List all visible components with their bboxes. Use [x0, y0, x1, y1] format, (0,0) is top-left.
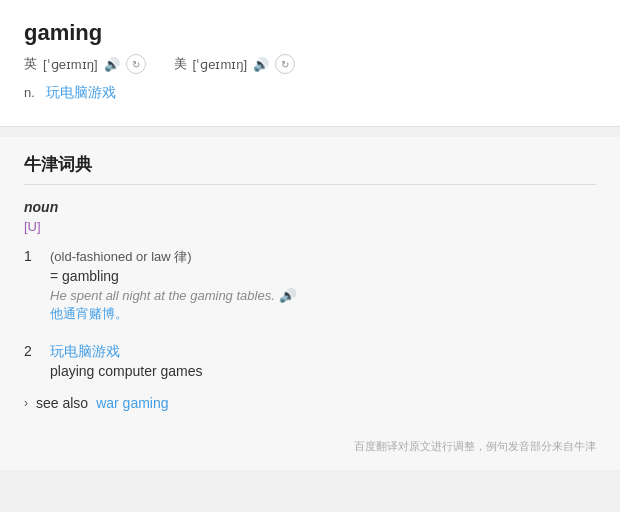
- american-region-label: 美: [174, 55, 187, 73]
- phonetics-row: 英 [ˈɡeɪmɪŋ] 🔊 ↻ 美 [ˈɡeɪmɪŋ] 🔊 ↻: [24, 54, 596, 74]
- def-cn-2: 玩电脑游戏: [50, 343, 596, 361]
- oxford-title: 牛津词典: [24, 153, 596, 185]
- word-translation-cn: 玩电脑游戏: [46, 84, 116, 100]
- word-title: gaming: [24, 20, 596, 46]
- def-num-1: 1: [24, 248, 40, 264]
- american-ipa: [ˈɡeɪmɪŋ]: [193, 57, 248, 72]
- def-number-row-2: 2 玩电脑游戏 playing computer games: [24, 343, 596, 379]
- def-num-2: 2: [24, 343, 40, 359]
- def-equals-1: = gambling: [50, 268, 596, 284]
- see-also-row: › see also war gaming: [24, 395, 596, 411]
- american-speaker-icon[interactable]: 🔊: [253, 57, 269, 72]
- pos-line: n. 玩电脑游戏: [24, 84, 596, 102]
- definition-1: 1 (old-fashioned or law 律) = gambling He…: [24, 248, 596, 327]
- oxford-section: 牛津词典 noun [U] 1 (old-fashioned or law 律)…: [0, 137, 620, 470]
- oxford-pos: noun: [24, 199, 596, 215]
- british-refresh-icon[interactable]: ↻: [126, 54, 146, 74]
- def-qualifier-1: (old-fashioned or law 律): [50, 248, 596, 266]
- oxford-uncountable: [U]: [24, 219, 596, 234]
- def-example-cn-1: 他通宵赌博。: [50, 305, 596, 323]
- british-region-label: 英: [24, 55, 37, 73]
- def-content-1: (old-fashioned or law 律) = gambling He s…: [50, 248, 596, 327]
- pos-label: n.: [24, 85, 35, 100]
- see-also-label: see also: [36, 395, 88, 411]
- chevron-right-icon: ›: [24, 396, 28, 410]
- word-card: gaming 英 [ˈɡeɪmɪŋ] 🔊 ↻ 美 [ˈɡeɪmɪŋ] 🔊 ↻ n…: [0, 0, 620, 127]
- definition-2: 2 玩电脑游戏 playing computer games: [24, 343, 596, 379]
- see-also-link[interactable]: war gaming: [96, 395, 168, 411]
- def-number-row-1: 1 (old-fashioned or law 律) = gambling He…: [24, 248, 596, 327]
- def-content-2: 玩电脑游戏 playing computer games: [50, 343, 596, 379]
- def-example-en-1: He spent all night at the gaming tables.…: [50, 288, 596, 303]
- example-speaker-icon-1[interactable]: 🔊: [279, 288, 295, 303]
- footer-note: 百度翻译对原文进行调整，例句发音部分来自牛津: [24, 431, 596, 454]
- american-refresh-icon[interactable]: ↻: [275, 54, 295, 74]
- british-ipa: [ˈɡeɪmɪŋ]: [43, 57, 98, 72]
- british-speaker-icon[interactable]: 🔊: [104, 57, 120, 72]
- def-en-2: playing computer games: [50, 363, 596, 379]
